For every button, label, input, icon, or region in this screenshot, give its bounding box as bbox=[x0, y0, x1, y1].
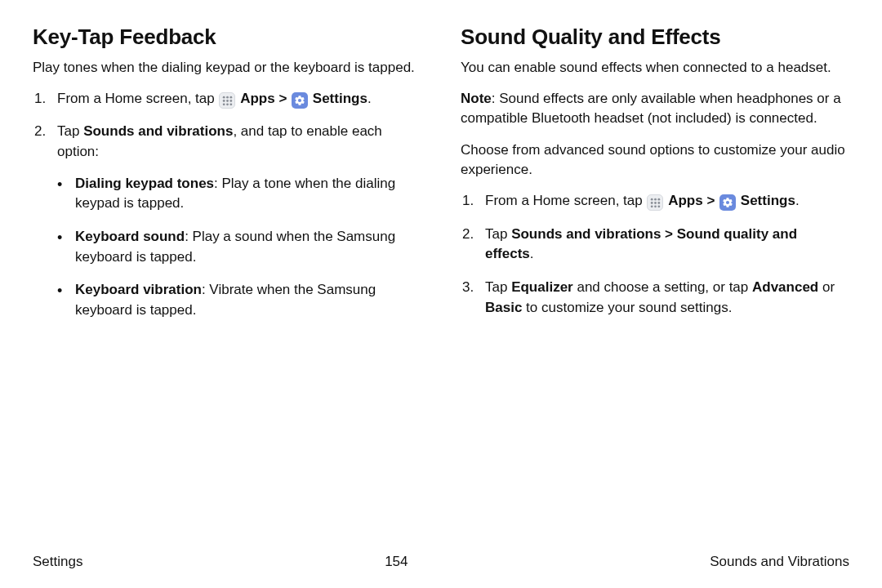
apps-label: Apps bbox=[668, 193, 703, 208]
svg-point-12 bbox=[651, 202, 653, 204]
b2b: Keyboard sound bbox=[75, 229, 185, 244]
s2b: Sounds and vibrations bbox=[83, 123, 233, 139]
settings-icon bbox=[292, 92, 308, 109]
bullet-dialing: Dialing keypad tones: Play a tone when t… bbox=[57, 174, 421, 214]
page-footer: Settings 154 Sounds and Vibrations bbox=[33, 554, 849, 570]
rs3c: and choose a setting, or tap bbox=[573, 279, 752, 295]
right-step-3: Tap Equalizer and choose a setting, or t… bbox=[461, 278, 849, 318]
svg-point-2 bbox=[229, 96, 232, 99]
right-step-1: From a Home screen, tap Apps > Settings. bbox=[461, 191, 849, 212]
step1-pre: From a Home screen, tap bbox=[57, 91, 218, 106]
apps-icon bbox=[647, 194, 663, 211]
left-step-2: Tap Sounds and vibrations, and tap to en… bbox=[33, 122, 421, 320]
svg-point-16 bbox=[654, 205, 657, 207]
settings-label: Settings bbox=[313, 91, 368, 106]
sep: > bbox=[703, 193, 719, 208]
intro-right: You can enable sound effects when connec… bbox=[461, 58, 849, 78]
rs3b: Equalizer bbox=[511, 279, 573, 295]
svg-point-14 bbox=[657, 202, 660, 204]
svg-point-3 bbox=[223, 100, 225, 102]
choose-text: Choose from advanced sound options to cu… bbox=[461, 140, 849, 180]
sep: > bbox=[275, 91, 291, 106]
svg-point-15 bbox=[651, 205, 653, 207]
note-b: Note bbox=[461, 91, 492, 106]
s2a: Tap bbox=[57, 123, 83, 139]
heading-sound-quality: Sound Quality and Effects bbox=[461, 24, 849, 50]
apps-label: Apps bbox=[240, 91, 275, 106]
rs2c: . bbox=[530, 246, 534, 261]
rstep1-pre: From a Home screen, tap bbox=[485, 193, 646, 208]
settings-icon bbox=[719, 194, 736, 211]
footer-page-number: 154 bbox=[385, 554, 408, 570]
left-column: Key-Tap Feedback Play tones when the dia… bbox=[33, 24, 421, 334]
rs3e: or bbox=[818, 279, 835, 295]
note-block: Note: Sound effects are only available w… bbox=[461, 89, 849, 128]
svg-point-8 bbox=[229, 103, 232, 105]
heading-key-tap: Key-Tap Feedback bbox=[33, 24, 421, 50]
left-step-1: From a Home screen, tap Apps > Settings. bbox=[33, 89, 421, 109]
rs2a: Tap bbox=[485, 226, 511, 242]
svg-point-11 bbox=[657, 198, 660, 201]
svg-point-1 bbox=[226, 96, 229, 99]
rs3a: Tap bbox=[485, 279, 511, 295]
svg-point-10 bbox=[654, 198, 657, 201]
svg-point-5 bbox=[229, 100, 232, 102]
intro-left: Play tones when the dialing keypad or th… bbox=[33, 58, 421, 78]
svg-point-9 bbox=[651, 198, 653, 201]
svg-point-13 bbox=[654, 202, 657, 204]
right-column: Sound Quality and Effects You can enable… bbox=[461, 24, 849, 334]
rs3d: Advanced bbox=[752, 279, 818, 295]
rs3g: to customize your sound settings. bbox=[522, 300, 732, 315]
footer-right: Sounds and Vibrations bbox=[710, 554, 849, 570]
b3b: Keyboard vibration bbox=[75, 282, 202, 297]
right-step-2: Tap Sounds and vibrations > Sound qualit… bbox=[461, 225, 849, 265]
note-t: : Sound effects are only available when … bbox=[461, 91, 841, 126]
footer-left: Settings bbox=[33, 554, 82, 570]
bullet-keyboard-sound: Keyboard sound: Play a sound when the Sa… bbox=[57, 227, 421, 267]
svg-point-17 bbox=[657, 205, 660, 207]
svg-point-6 bbox=[223, 103, 225, 105]
svg-point-0 bbox=[223, 96, 225, 99]
rs3f: Basic bbox=[485, 300, 522, 315]
apps-icon bbox=[219, 92, 235, 109]
svg-point-7 bbox=[226, 103, 229, 105]
svg-point-4 bbox=[226, 100, 229, 102]
b1b: Dialing keypad tones bbox=[75, 176, 214, 191]
bullet-keyboard-vibration: Keyboard vibration: Vibrate when the Sam… bbox=[57, 280, 421, 320]
settings-label: Settings bbox=[741, 193, 795, 208]
